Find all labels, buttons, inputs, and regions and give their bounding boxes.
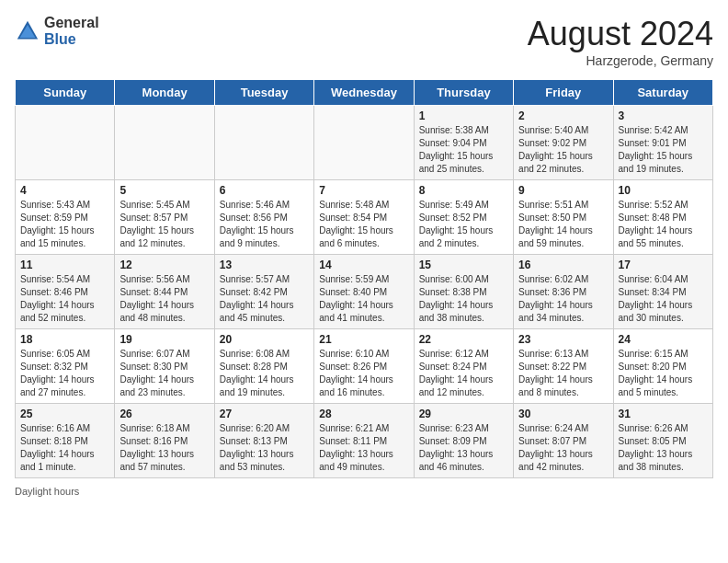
sunset-label: Sunset: 8:26 PM [319, 362, 387, 372]
cell-info: Sunrise: 6:18 AM Sunset: 8:16 PM Dayligh… [119, 422, 209, 474]
title-block: August 2024 Harzgerode, Germany [528, 15, 713, 68]
calendar-cell: 14 Sunrise: 5:59 AM Sunset: 8:40 PM Dayl… [314, 255, 414, 329]
sunrise-label: Sunrise: 6:00 AM [419, 274, 489, 284]
daylight-info: Daylight: 13 hours and 53 minutes. [220, 449, 294, 472]
cell-info: Sunrise: 5:49 AM Sunset: 8:52 PM Dayligh… [419, 199, 508, 250]
sunset-label: Sunset: 8:34 PM [619, 287, 687, 297]
daylight-info: Daylight: 14 hours and 48 minutes. [119, 300, 194, 323]
calendar-cell: 30 Sunrise: 6:24 AM Sunset: 8:07 PM Dayl… [514, 404, 613, 478]
sunset-label: Sunset: 8:22 PM [518, 362, 586, 372]
sunrise-label: Sunrise: 5:54 AM [20, 274, 90, 284]
day-number: 4 [20, 184, 109, 197]
sunrise-label: Sunrise: 6:15 AM [619, 349, 688, 359]
sunset-label: Sunset: 8:30 PM [119, 362, 188, 372]
sunset-label: Sunset: 8:46 PM [20, 287, 88, 297]
sunrise-label: Sunrise: 6:20 AM [220, 423, 290, 433]
calendar-cell: 1 Sunrise: 5:38 AM Sunset: 9:04 PM Dayli… [414, 106, 513, 180]
logo-icon [15, 18, 40, 44]
day-of-week-header: Tuesday [214, 80, 313, 106]
calendar-cell: 16 Sunrise: 6:02 AM Sunset: 8:36 PM Dayl… [514, 255, 613, 329]
daylight-info: Daylight: 14 hours and 27 minutes. [20, 374, 95, 397]
sunset-label: Sunset: 8:50 PM [518, 213, 586, 223]
day-of-week-header: Monday [115, 80, 214, 106]
sunset-label: Sunset: 8:38 PM [419, 287, 487, 297]
sunset-label: Sunset: 9:04 PM [419, 138, 487, 148]
daylight-info: Daylight: 14 hours and 1 minute. [20, 449, 95, 472]
day-number: 6 [220, 184, 309, 197]
sunset-label: Sunset: 8:52 PM [419, 213, 487, 223]
sunrise-label: Sunrise: 5:49 AM [419, 200, 489, 210]
cell-info: Sunrise: 5:42 AM Sunset: 9:01 PM Dayligh… [619, 124, 708, 176]
calendar-week-row: 18 Sunrise: 6:05 AM Sunset: 8:32 PM Dayl… [16, 329, 713, 404]
sunrise-label: Sunrise: 6:12 AM [419, 349, 489, 359]
logo-text: General Blue [44, 15, 99, 47]
calendar-cell: 19 Sunrise: 6:07 AM Sunset: 8:30 PM Dayl… [115, 329, 214, 404]
calendar-cell [115, 106, 214, 180]
calendar-header-row: SundayMondayTuesdayWednesdayThursdayFrid… [16, 80, 713, 106]
day-number: 22 [419, 333, 508, 346]
sunset-label: Sunset: 8:05 PM [619, 436, 687, 446]
day-of-week-header: Saturday [613, 80, 712, 106]
day-number: 21 [319, 333, 408, 346]
sunrise-label: Sunrise: 5:56 AM [119, 274, 189, 284]
sunrise-label: Sunrise: 5:40 AM [518, 125, 588, 135]
sunset-label: Sunset: 8:48 PM [619, 213, 687, 223]
cell-info: Sunrise: 6:26 AM Sunset: 8:05 PM Dayligh… [619, 422, 708, 474]
calendar-table: SundayMondayTuesdayWednesdayThursdayFrid… [15, 79, 713, 478]
sunset-label: Sunset: 8:20 PM [619, 362, 687, 372]
calendar-cell: 31 Sunrise: 6:26 AM Sunset: 8:05 PM Dayl… [613, 404, 712, 478]
calendar-cell: 29 Sunrise: 6:23 AM Sunset: 8:09 PM Dayl… [414, 404, 513, 478]
day-number: 15 [419, 259, 508, 271]
sunrise-label: Sunrise: 5:52 AM [619, 200, 688, 210]
month-year-title: August 2024 [528, 15, 713, 53]
daylight-info: Daylight: 14 hours and 34 minutes. [518, 300, 593, 323]
sunset-label: Sunset: 8:56 PM [220, 213, 288, 223]
daylight-info: Daylight: 14 hours and 55 minutes. [619, 225, 693, 248]
day-number: 14 [319, 259, 408, 271]
calendar-cell: 7 Sunrise: 5:48 AM Sunset: 8:54 PM Dayli… [314, 180, 414, 255]
cell-info: Sunrise: 5:43 AM Sunset: 8:59 PM Dayligh… [20, 199, 109, 250]
sunset-label: Sunset: 8:16 PM [119, 436, 188, 446]
sunrise-label: Sunrise: 5:45 AM [119, 200, 189, 210]
day-number: 12 [119, 259, 209, 271]
daylight-info: Daylight: 15 hours and 12 minutes. [119, 225, 194, 248]
cell-info: Sunrise: 6:23 AM Sunset: 8:09 PM Dayligh… [419, 422, 508, 474]
calendar-cell: 2 Sunrise: 5:40 AM Sunset: 9:02 PM Dayli… [514, 106, 613, 180]
sunrise-label: Sunrise: 5:48 AM [319, 200, 389, 210]
day-number: 11 [20, 259, 109, 271]
sunset-label: Sunset: 9:01 PM [619, 138, 687, 148]
day-number: 24 [619, 333, 708, 346]
daylight-info: Daylight: 14 hours and 23 minutes. [119, 374, 194, 397]
sunset-label: Sunset: 8:44 PM [119, 287, 188, 297]
day-number: 29 [419, 408, 508, 420]
calendar-cell: 12 Sunrise: 5:56 AM Sunset: 8:44 PM Dayl… [115, 255, 214, 329]
day-number: 17 [619, 259, 708, 271]
sunset-label: Sunset: 8:57 PM [119, 213, 188, 223]
sunrise-label: Sunrise: 5:59 AM [319, 274, 389, 284]
calendar-cell: 21 Sunrise: 6:10 AM Sunset: 8:26 PM Dayl… [314, 329, 414, 404]
sunrise-label: Sunrise: 5:46 AM [220, 200, 290, 210]
daylight-info: Daylight: 14 hours and 5 minutes. [619, 374, 693, 397]
daylight-info: Daylight: 14 hours and 45 minutes. [220, 300, 294, 323]
cell-info: Sunrise: 6:21 AM Sunset: 8:11 PM Dayligh… [319, 422, 408, 474]
daylight-info: Daylight: 14 hours and 8 minutes. [518, 374, 593, 397]
calendar-cell: 13 Sunrise: 5:57 AM Sunset: 8:42 PM Dayl… [214, 255, 313, 329]
cell-info: Sunrise: 5:48 AM Sunset: 8:54 PM Dayligh… [319, 199, 408, 250]
cell-info: Sunrise: 6:10 AM Sunset: 8:26 PM Dayligh… [319, 348, 408, 399]
sunset-label: Sunset: 8:42 PM [220, 287, 288, 297]
day-number: 2 [518, 109, 608, 122]
sunset-label: Sunset: 8:11 PM [319, 436, 387, 446]
day-number: 7 [319, 184, 408, 197]
logo-general: General [44, 15, 99, 31]
cell-info: Sunrise: 5:45 AM Sunset: 8:57 PM Dayligh… [119, 199, 209, 250]
sunset-label: Sunset: 8:40 PM [319, 287, 387, 297]
cell-info: Sunrise: 6:16 AM Sunset: 8:18 PM Dayligh… [20, 422, 109, 474]
daylight-info: Daylight: 15 hours and 19 minutes. [619, 151, 693, 174]
sunset-label: Sunset: 8:32 PM [20, 362, 88, 372]
sunrise-label: Sunrise: 6:10 AM [319, 349, 389, 359]
sunrise-label: Sunrise: 5:42 AM [619, 125, 688, 135]
calendar-footer: Daylight hours [15, 486, 713, 497]
cell-info: Sunrise: 6:13 AM Sunset: 8:22 PM Dayligh… [518, 348, 608, 399]
calendar-cell: 9 Sunrise: 5:51 AM Sunset: 8:50 PM Dayli… [514, 180, 613, 255]
cell-info: Sunrise: 5:52 AM Sunset: 8:48 PM Dayligh… [619, 199, 708, 250]
